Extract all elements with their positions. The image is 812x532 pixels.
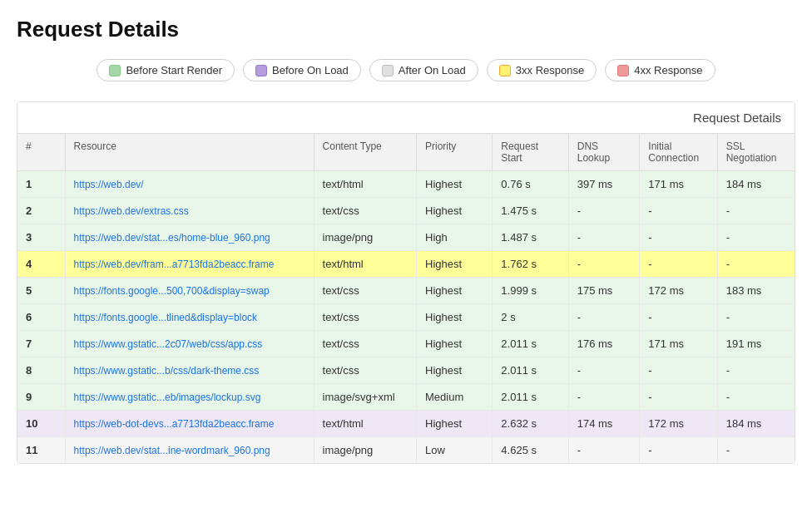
- legend-label-before-start-render: Before Start Render: [126, 64, 222, 76]
- cell-priority: Low: [417, 437, 493, 464]
- cell-initial: -: [640, 198, 717, 224]
- legend-label-4xx-response: 4xx Response: [634, 64, 702, 76]
- table-row: 8https://www.gstatic...b/css/dark-theme.…: [17, 357, 795, 384]
- resource-link[interactable]: https://web-dot-devs...a7713fda2beacc.fr…: [74, 418, 275, 430]
- col-header-dns: DNS Lookup: [568, 134, 640, 171]
- cell-ssl: -: [717, 251, 795, 278]
- col-header-ssl: SSL Negotiation: [717, 134, 795, 171]
- resource-link[interactable]: https://web.dev/stat...ine-wordmark_960.…: [74, 445, 270, 456]
- cell-dns: 176 ms: [568, 331, 640, 357]
- cell-num: 8: [17, 357, 65, 384]
- cell-resource: https://fonts.google...500,700&display=s…: [65, 278, 314, 304]
- cell-num: 2: [17, 198, 65, 224]
- legend-item-4xx-response: 4xx Response: [605, 59, 715, 81]
- cell-type: text/css: [314, 331, 416, 357]
- cell-ssl: 183 ms: [717, 278, 795, 304]
- table-row: 11https://web.dev/stat...ine-wordmark_96…: [17, 437, 795, 464]
- table-row: 9https://www.gstatic...eb/images/lockup.…: [17, 384, 795, 411]
- cell-resource: https://www.gstatic...eb/images/lockup.s…: [65, 384, 314, 411]
- table-row: 5https://fonts.google...500,700&display=…: [17, 278, 795, 304]
- cell-initial: -: [640, 304, 717, 331]
- col-header-priority: Priority: [417, 134, 493, 171]
- col-header-reqstart: Request Start: [493, 134, 568, 171]
- legend-item-before-on-load: Before On Load: [243, 59, 361, 81]
- cell-priority: Highest: [417, 331, 493, 357]
- cell-ssl: -: [717, 224, 795, 251]
- cell-dns: 174 ms: [568, 411, 640, 437]
- table-row: 10https://web-dot-devs...a7713fda2beacc.…: [17, 411, 795, 437]
- cell-ssl: 184 ms: [717, 171, 795, 198]
- cell-dns: 397 ms: [568, 171, 640, 198]
- cell-resource: https://web-dot-devs...a7713fda2beacc.fr…: [65, 411, 314, 437]
- cell-num: 3: [17, 224, 65, 251]
- legend-item-after-on-load: After On Load: [369, 59, 478, 81]
- cell-type: text/html: [314, 171, 416, 198]
- cell-type: image/svg+xml: [314, 384, 416, 411]
- cell-ssl: -: [717, 357, 795, 384]
- cell-dns: -: [568, 224, 640, 251]
- cell-resource: https://web.dev/stat...es/home-blue_960.…: [65, 224, 314, 251]
- cell-ssl: -: [717, 437, 795, 464]
- table-row: 2https://web.dev/extras.csstext/cssHighe…: [17, 198, 795, 224]
- cell-type: text/html: [314, 411, 416, 437]
- cell-initial: 171 ms: [640, 331, 717, 357]
- request-details-table: # Resource Content Type Priority Request…: [17, 134, 795, 463]
- table-row: 6https://fonts.google...tlined&display=b…: [17, 304, 795, 331]
- cell-req-start: 2.632 s: [493, 411, 568, 437]
- legend-item-3xx-response: 3xx Response: [487, 59, 597, 81]
- cell-num: 6: [17, 304, 65, 331]
- cell-initial: -: [640, 224, 717, 251]
- resource-link[interactable]: https://www.gstatic...eb/images/lockup.s…: [74, 392, 261, 403]
- resource-link[interactable]: https://www.gstatic...2c07/web/css/app.c…: [74, 338, 263, 350]
- cell-resource: https://web.dev/extras.css: [65, 198, 314, 224]
- cell-dns: -: [568, 251, 640, 278]
- resource-link[interactable]: https://web.dev/extras.css: [74, 205, 189, 217]
- cell-req-start: 1.762 s: [493, 251, 568, 278]
- cell-dns: 175 ms: [568, 278, 640, 304]
- cell-type: text/css: [314, 198, 416, 224]
- legend-dot-before-on-load: [255, 65, 267, 76]
- cell-resource: https://fonts.google...tlined&display=bl…: [65, 304, 314, 331]
- table-row: 7https://www.gstatic...2c07/web/css/app.…: [17, 331, 795, 357]
- legend-container: Before Start RenderBefore On LoadAfter O…: [17, 59, 795, 81]
- cell-type: image/png: [314, 224, 416, 251]
- cell-req-start: 0.76 s: [493, 171, 568, 198]
- cell-req-start: 2.011 s: [493, 331, 568, 357]
- cell-initial: 172 ms: [640, 411, 717, 437]
- cell-resource: https://web.dev/: [65, 171, 314, 198]
- cell-num: 4: [17, 251, 65, 278]
- cell-req-start: 1.475 s: [493, 198, 568, 224]
- request-details-table-wrapper: Request Details # Resource Content Type …: [17, 101, 795, 464]
- cell-req-start: 1.999 s: [493, 278, 568, 304]
- legend-label-3xx-response: 3xx Response: [516, 64, 584, 76]
- cell-req-start: 2.011 s: [493, 357, 568, 384]
- cell-type: text/css: [314, 304, 416, 331]
- legend-label-after-on-load: After On Load: [399, 64, 466, 76]
- cell-priority: Highest: [417, 357, 493, 384]
- cell-dns: -: [568, 357, 640, 384]
- cell-priority: High: [417, 224, 493, 251]
- table-row: 3https://web.dev/stat...es/home-blue_960…: [17, 224, 795, 251]
- cell-dns: -: [568, 304, 640, 331]
- cell-type: text/html: [314, 251, 416, 278]
- resource-link[interactable]: https://www.gstatic...b/css/dark-theme.c…: [74, 365, 260, 377]
- legend-dot-3xx-response: [499, 65, 511, 76]
- table-header: # Resource Content Type Priority Request…: [17, 134, 795, 171]
- cell-priority: Highest: [417, 411, 493, 437]
- resource-link[interactable]: https://web.dev/stat...es/home-blue_960.…: [74, 232, 270, 244]
- page-title: Request Details: [17, 17, 795, 42]
- resource-link[interactable]: https://fonts.google...500,700&display=s…: [74, 285, 270, 297]
- cell-ssl: -: [717, 304, 795, 331]
- resource-link[interactable]: https://web.dev/: [74, 179, 144, 190]
- cell-req-start: 2 s: [493, 304, 568, 331]
- cell-resource: https://www.gstatic...b/css/dark-theme.c…: [65, 357, 314, 384]
- cell-priority: Highest: [417, 171, 493, 198]
- cell-initial: 172 ms: [640, 278, 717, 304]
- cell-priority: Highest: [417, 304, 493, 331]
- table-row: 4https://web.dev/fram...a7713fda2beacc.f…: [17, 251, 795, 278]
- table-body: 1https://web.dev/text/htmlHighest0.76 s3…: [17, 171, 795, 464]
- resource-link[interactable]: https://fonts.google...tlined&display=bl…: [74, 312, 257, 323]
- resource-link[interactable]: https://web.dev/fram...a7713fda2beacc.fr…: [74, 259, 275, 270]
- col-header-num: #: [17, 134, 65, 171]
- legend-dot-4xx-response: [617, 65, 629, 76]
